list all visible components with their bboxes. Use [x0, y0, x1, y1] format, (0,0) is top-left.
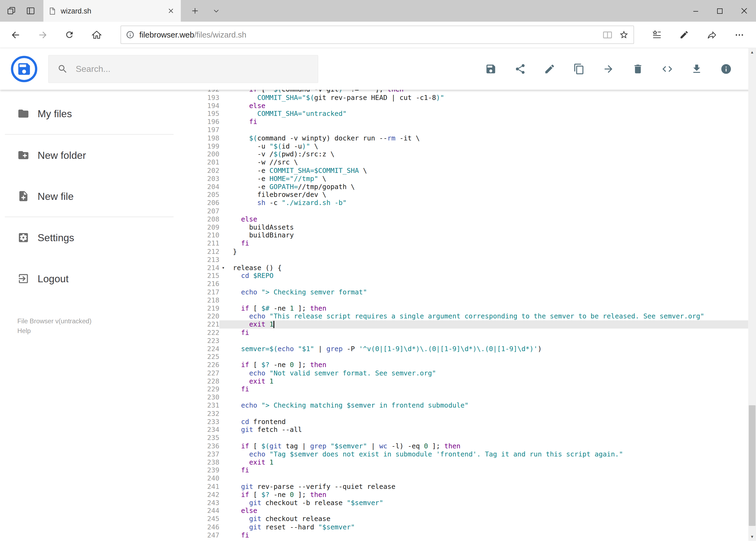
code-text[interactable]: [227, 393, 748, 401]
scroll-up-arrow-icon[interactable]: ▲: [748, 48, 756, 56]
reading-view-icon[interactable]: [603, 30, 613, 40]
code-line[interactable]: 235: [193, 434, 748, 442]
home-icon[interactable]: [86, 25, 107, 45]
page-scrollbar[interactable]: ▲ ▼: [748, 48, 756, 541]
code-line[interactable]: 201 -w //src \: [193, 158, 748, 166]
sidebar-item-logout[interactable]: Logout: [0, 258, 178, 299]
code-text[interactable]: else: [227, 507, 748, 515]
tab-list-chevron-icon[interactable]: [208, 3, 224, 19]
search-input[interactable]: [76, 64, 309, 74]
code-line[interactable]: 230: [193, 393, 748, 401]
back-icon[interactable]: [5, 25, 26, 45]
code-line[interactable]: 216: [193, 280, 748, 288]
share-button[interactable]: [514, 63, 526, 75]
code-line[interactable]: 219 if [ $# -ne 1 ]; then: [193, 304, 748, 312]
scrollbar-thumb[interactable]: [749, 405, 755, 526]
code-line[interactable]: 231 echo "> Checking matching $semver in…: [193, 401, 748, 409]
code-text[interactable]: semver=$(echo "$1" | grep -P '^v(0|[1-9]…: [227, 345, 748, 353]
code-text[interactable]: -w //src \: [227, 158, 748, 166]
code-line[interactable]: 197: [193, 126, 748, 134]
code-line[interactable]: 208 else: [193, 215, 748, 223]
code-line[interactable]: 214▾release () {: [193, 264, 748, 272]
code-text[interactable]: if [ $(git tag | grep "$semver" | wc -l)…: [227, 442, 748, 450]
code-line[interactable]: 218: [193, 296, 748, 304]
code-line[interactable]: 192 if [ "$(command -v git)" != "" ]; th…: [193, 90, 748, 94]
sidebar-item-new-file[interactable]: New file: [0, 176, 178, 217]
code-text[interactable]: if [ "$(command -v git)" != "" ]; then: [227, 90, 748, 94]
forward-icon[interactable]: [32, 25, 53, 45]
code-text[interactable]: fi: [227, 531, 748, 539]
code-line[interactable]: 229 fi: [193, 385, 748, 393]
code-line[interactable]: 205 filebrowser/dev \: [193, 191, 748, 199]
code-line[interactable]: 207: [193, 207, 748, 215]
code-line[interactable]: 239 fi: [193, 466, 748, 474]
code-text[interactable]: git checkout -b release "$semver": [227, 499, 748, 507]
code-text[interactable]: [227, 336, 748, 345]
ink-annotate-icon[interactable]: [673, 25, 695, 45]
code-text[interactable]: echo "> Checking semver format": [227, 288, 748, 296]
code-text[interactable]: buildAssets: [227, 223, 748, 231]
code-line[interactable]: 223: [193, 336, 748, 345]
new-tab-button[interactable]: [186, 3, 203, 19]
code-text[interactable]: [227, 409, 748, 417]
code-line[interactable]: 240: [193, 474, 748, 482]
code-line[interactable]: 209 buildAssets: [193, 223, 748, 231]
code-text[interactable]: if [ $# -ne 1 ]; then: [227, 304, 748, 312]
code-text[interactable]: -u "$(id -u)" \: [227, 142, 748, 150]
code-line[interactable]: 238 exit 1: [193, 458, 748, 466]
code-text[interactable]: if [ $? -ne 0 ]; then: [227, 490, 748, 499]
code-text[interactable]: COMMIT_SHA="$(git rev-parse HEAD | cut -…: [227, 94, 748, 102]
code-line[interactable]: 236 if [ $(git tag | grep "$semver" | wc…: [193, 442, 748, 450]
scroll-down-arrow-icon[interactable]: ▼: [748, 533, 756, 541]
code-text[interactable]: [227, 126, 748, 134]
tab-preview-icon[interactable]: [3, 3, 19, 19]
code-text[interactable]: exit 1: [227, 377, 748, 385]
code-text[interactable]: fi: [227, 466, 748, 474]
code-text[interactable]: echo "Not valid semver format. See semve…: [227, 369, 748, 377]
code-text[interactable]: [227, 353, 748, 361]
download-button[interactable]: [691, 63, 702, 75]
code-line[interactable]: 244 else: [193, 507, 748, 515]
code-text[interactable]: if [ $? -ne 0 ]; then: [227, 361, 748, 369]
code-text[interactable]: buildBinary: [227, 231, 748, 239]
copy-button[interactable]: [573, 63, 585, 75]
code-text[interactable]: $(command -v winpty) docker run --rm -it…: [227, 134, 748, 142]
code-text[interactable]: cd $REPO: [227, 272, 748, 280]
code-line[interactable]: 217 echo "> Checking semver format": [193, 288, 748, 296]
code-line[interactable]: 232: [193, 409, 748, 417]
code-text[interactable]: COMMIT_SHA="untracked": [227, 110, 748, 118]
code-text[interactable]: git fetch --all: [227, 426, 748, 434]
code-line[interactable]: 195 COMMIT_SHA="untracked": [193, 110, 748, 118]
code-line[interactable]: 222 fi: [193, 328, 748, 336]
code-text[interactable]: -e COMMIT_SHA=$COMMIT_SHA \: [227, 166, 748, 175]
code-line[interactable]: 203 -e HOME="//tmp" \: [193, 175, 748, 183]
sidebar-item-settings[interactable]: Settings: [0, 217, 178, 258]
code-text[interactable]: echo "Tag $semver does not exist in subm…: [227, 450, 748, 458]
code-line[interactable]: 193 COMMIT_SHA="$(git rev-parse HEAD | c…: [193, 94, 748, 102]
code-text[interactable]: fi: [227, 118, 748, 126]
code-text[interactable]: [227, 296, 748, 304]
code-text[interactable]: fi: [227, 239, 748, 248]
code-text[interactable]: git checkout release: [227, 515, 748, 523]
code-line[interactable]: 199 -u "$(id -u)" \: [193, 142, 748, 150]
edit-button[interactable]: [544, 63, 556, 75]
code-text[interactable]: -v /$(pwd):/src:z \: [227, 150, 748, 158]
more-options-icon[interactable]: [728, 25, 750, 45]
code-line[interactable]: 247 fi: [193, 531, 748, 539]
code-line[interactable]: 210 buildBinary: [193, 231, 748, 239]
browser-tab[interactable]: wizard.sh: [44, 0, 181, 22]
code-text[interactable]: exit 1: [227, 458, 748, 466]
fold-arrow-icon[interactable]: ▾: [219, 264, 227, 272]
code-text[interactable]: echo "> Checking matching $semver in fro…: [227, 401, 748, 409]
code-text[interactable]: else: [227, 215, 748, 223]
code-text[interactable]: [227, 207, 748, 215]
info-button[interactable]: [720, 63, 732, 75]
help-link[interactable]: Help: [17, 326, 92, 336]
minimize-button[interactable]: [684, 0, 708, 22]
code-text[interactable]: release () {: [227, 264, 748, 272]
move-button[interactable]: [603, 63, 614, 75]
code-line[interactable]: 212}: [193, 248, 748, 256]
code-line[interactable]: 234 git fetch --all: [193, 426, 748, 434]
code-text[interactable]: -e HOME="//tmp" \: [227, 175, 748, 183]
code-text[interactable]: git reset --hard "$semver": [227, 523, 748, 531]
